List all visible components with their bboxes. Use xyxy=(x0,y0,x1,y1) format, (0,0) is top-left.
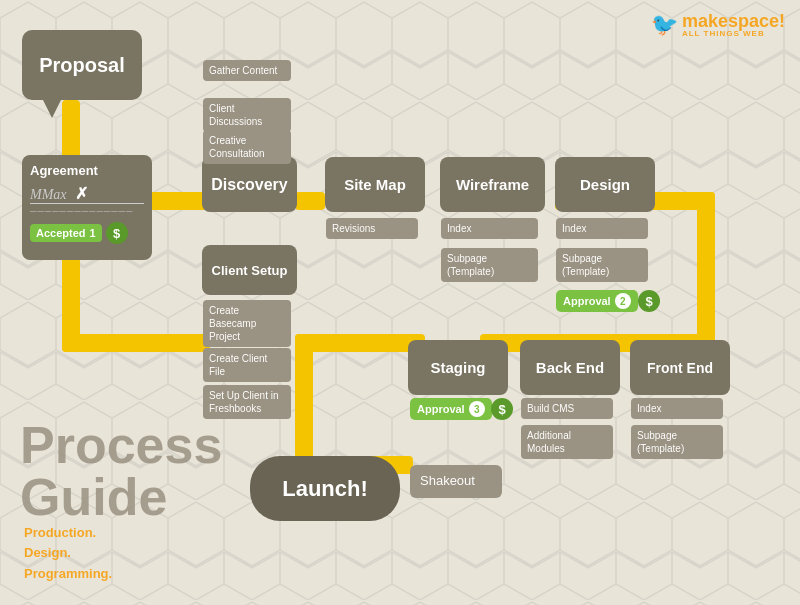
dollar-icon-1: $ xyxy=(106,222,128,244)
logo: 🐦 makespace! ALL THINGS WEB xyxy=(651,12,785,38)
process-sub-2: Design. xyxy=(24,543,112,564)
design-sub-2: Subpage (Template) xyxy=(556,248,648,282)
launch-box: Launch! xyxy=(250,456,400,521)
approval-badge-2: Approval 2 xyxy=(556,290,638,312)
dollar-icon-3: $ xyxy=(491,398,513,420)
site-map-label: Site Map xyxy=(344,176,406,193)
approval-badge-3: Approval 3 xyxy=(410,398,492,420)
front-end-sub-2: Subpage (Template) xyxy=(631,425,723,459)
process-sub-1: Production. xyxy=(24,523,112,544)
flow-h-staging xyxy=(295,334,425,352)
flow-right-v xyxy=(697,192,715,352)
site-map-sub-1: Revisions xyxy=(326,218,418,239)
client-sub-3: Set Up Client in Freshbooks xyxy=(203,385,291,419)
design-box: Design xyxy=(555,157,655,212)
discovery-box: Discovery xyxy=(202,157,297,212)
sig-underline: ────────────── xyxy=(30,206,144,216)
logo-bird-icon: 🐦 xyxy=(651,12,678,38)
approval-num-3: 3 xyxy=(469,401,485,417)
signature: MMax xyxy=(30,187,67,203)
discovery-label: Discovery xyxy=(211,176,288,194)
logo-brand: makespace! xyxy=(682,12,785,30)
back-end-label: Back End xyxy=(536,359,604,376)
logo-tagline: ALL THINGS WEB xyxy=(682,30,785,38)
shakeout-label: Shakeout xyxy=(420,473,475,488)
staging-label: Staging xyxy=(431,359,486,376)
accepted-badge: Accepted 1 $ xyxy=(30,222,144,244)
design-sub-1: Index xyxy=(556,218,648,239)
client-setup-label: Client Setup xyxy=(212,263,288,278)
client-sub-1: Create Basecamp Project xyxy=(203,300,291,347)
wireframe-box: Wireframe xyxy=(440,157,545,212)
approval-label-2: Approval xyxy=(563,295,611,307)
front-end-sub-1: Index xyxy=(631,398,723,419)
discovery-sub-1: Gather Content xyxy=(203,60,291,81)
flow-h-disc-sm xyxy=(295,192,325,210)
staging-box: Staging xyxy=(408,340,508,395)
agreement-box: Agreement MMax ✗ ────────────── Accepted… xyxy=(22,155,152,260)
flow-line-client xyxy=(62,334,210,352)
proposal-box: Proposal xyxy=(22,30,142,100)
proposal-label: Proposal xyxy=(39,54,125,77)
site-map-box: Site Map xyxy=(325,157,425,212)
approval-label-3: Approval xyxy=(417,403,465,415)
approval-num-1: 1 xyxy=(90,227,96,239)
back-end-sub-2: Additional Modules xyxy=(521,425,613,459)
client-setup-box: Client Setup xyxy=(202,245,297,295)
discovery-sub-2: Client Discussions xyxy=(203,98,291,132)
dollar-icon-2: $ xyxy=(638,290,660,312)
accepted-label: Accepted xyxy=(36,227,86,239)
wireframe-sub-1: Index xyxy=(441,218,538,239)
agreement-label: Agreement xyxy=(30,163,144,178)
back-end-sub-1: Build CMS xyxy=(521,398,613,419)
process-sub: Production. Design. Programming. xyxy=(24,523,112,585)
process-title-line1: Process xyxy=(20,419,222,471)
discovery-sub-3: Creative Consultation xyxy=(203,130,291,164)
design-label: Design xyxy=(580,176,630,193)
front-end-label: Front End xyxy=(647,360,713,376)
approval-num-2: 2 xyxy=(615,293,631,309)
wireframe-label: Wireframe xyxy=(456,176,529,193)
process-sub-3: Programming. xyxy=(24,564,112,585)
launch-label: Launch! xyxy=(282,476,368,502)
client-sub-2: Create Client File xyxy=(203,348,291,382)
process-title-line2: Guide xyxy=(20,471,222,523)
flow-v-launch-left xyxy=(295,334,313,474)
front-end-box: Front End xyxy=(630,340,730,395)
shakeout-box: Shakeout xyxy=(410,465,502,498)
x-mark: ✗ xyxy=(75,184,88,203)
back-end-box: Back End xyxy=(520,340,620,395)
wireframe-sub-2: Subpage (Template) xyxy=(441,248,538,282)
process-guide: Process Guide Production. Design. Progra… xyxy=(20,419,222,585)
